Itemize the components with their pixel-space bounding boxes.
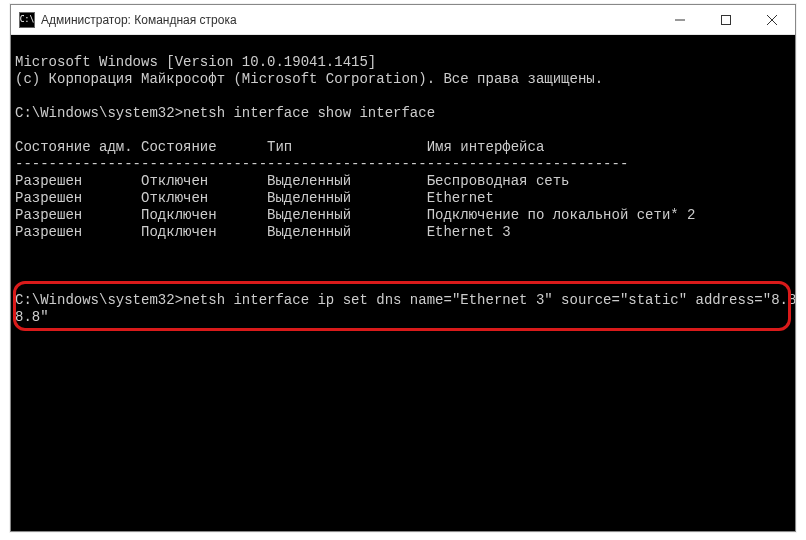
app-icon: C:\ xyxy=(19,12,35,28)
prompt-cmd-cont: 8.8" xyxy=(15,309,49,325)
maximize-button[interactable] xyxy=(703,5,749,34)
prompt-cmd: netsh interface ip set dns name="Etherne… xyxy=(183,292,795,308)
prompt-path: C:\Windows\system32> xyxy=(15,105,183,121)
prompt-line-2b: 8.8" xyxy=(15,309,49,325)
prompt-line-1: C:\Windows\system32>netsh interface show… xyxy=(15,105,435,121)
blank xyxy=(15,88,23,104)
minimize-button[interactable] xyxy=(657,5,703,34)
table-row: Разрешен Отключен Выделенный Ethernet xyxy=(15,190,494,206)
close-button[interactable] xyxy=(749,5,795,34)
window-title: Администратор: Командная строка xyxy=(41,13,657,27)
table-separator: ----------------------------------------… xyxy=(15,156,628,172)
table-row: Разрешен Подключен Выделенный Подключени… xyxy=(15,207,696,223)
svg-rect-1 xyxy=(722,15,731,24)
blank xyxy=(15,258,23,274)
prompt-path: C:\Windows\system32> xyxy=(15,292,183,308)
window-buttons xyxy=(657,5,795,34)
titlebar: C:\ Администратор: Командная строка xyxy=(11,5,795,35)
terminal-area[interactable]: Microsoft Windows [Version 10.0.19041.14… xyxy=(11,35,795,531)
banner-line-1: Microsoft Windows [Version 10.0.19041.14… xyxy=(15,54,376,70)
app-icon-text: C:\ xyxy=(20,16,34,24)
table-header: Состояние адм. Состояние Тип Имя интерфе… xyxy=(15,139,544,155)
table-row: Разрешен Подключен Выделенный Ethernet 3 xyxy=(15,224,511,240)
blank xyxy=(15,275,23,291)
prompt-line-2a: C:\Windows\system32>netsh interface ip s… xyxy=(15,292,795,308)
table-row: Разрешен Отключен Выделенный Беспроводна… xyxy=(15,173,570,189)
banner-line-2: (c) Корпорация Майкрософт (Microsoft Cor… xyxy=(15,71,603,87)
command-prompt-window: C:\ Администратор: Командная строка Micr… xyxy=(10,4,796,532)
blank xyxy=(15,122,23,138)
prompt-cmd: netsh interface show interface xyxy=(183,105,435,121)
table-rows: Разрешен Отключен Выделенный Беспроводна… xyxy=(15,173,791,241)
